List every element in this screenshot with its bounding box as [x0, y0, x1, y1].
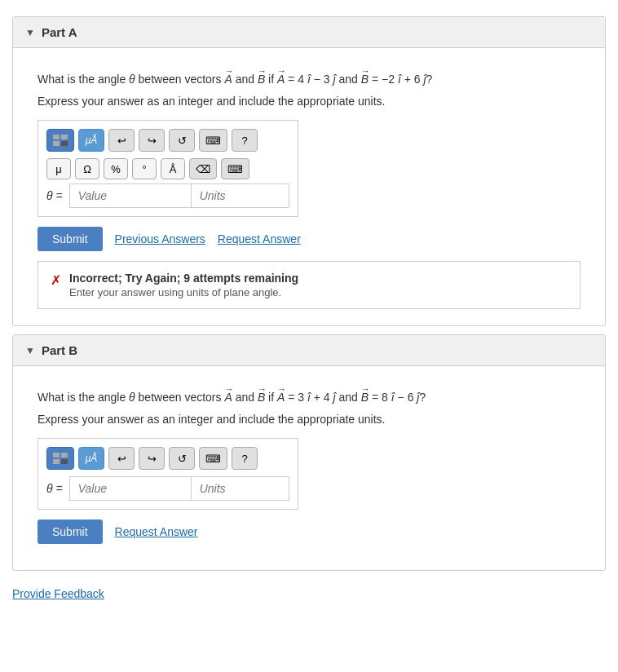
degree-button[interactable]: ° — [132, 158, 157, 179]
part-b-help-icon: ? — [241, 453, 247, 465]
part-b-uA-button[interactable]: μÅ — [78, 447, 104, 470]
svg-rect-1 — [61, 135, 68, 139]
part-b-undo-icon: ↩ — [117, 453, 126, 465]
reset-icon: ↺ — [178, 135, 187, 147]
part-b-header: ▼ Part B — [13, 335, 605, 366]
part-b-request-answer-button[interactable]: Request Answer — [115, 525, 198, 538]
part-b-input-area: μÅ ↩ ↪ ↺ ⌨ ? θ = — [38, 438, 298, 510]
svg-rect-5 — [61, 453, 68, 458]
help-button[interactable]: ? — [232, 129, 258, 152]
part-b-answer-row: θ = — [46, 476, 289, 501]
svg-rect-4 — [53, 453, 60, 458]
svg-rect-0 — [53, 135, 60, 139]
part-a-section: ▼ Part A What is the angle θ between vec… — [12, 16, 606, 326]
part-b-note: Express your answer as an integer and in… — [38, 413, 580, 426]
reset-button[interactable]: ↺ — [169, 129, 195, 152]
grid-icon-button[interactable] — [46, 129, 74, 152]
part-b-undo-button[interactable]: ↩ — [108, 447, 135, 470]
part-b-help-button[interactable]: ? — [232, 447, 258, 470]
part-a-title: Part A — [42, 25, 77, 39]
percent-label: % — [111, 163, 121, 175]
keyboard2-icon: ⌨ — [227, 163, 243, 175]
part-b-section: ▼ Part B What is the angle θ between vec… — [12, 334, 606, 571]
undo-button[interactable]: ↩ — [108, 129, 135, 152]
redo-icon: ↪ — [148, 135, 157, 147]
part-b-title: Part B — [42, 343, 77, 357]
part-b-arrow-icon[interactable]: ▼ — [25, 345, 35, 356]
part-a-header: ▼ Part A — [13, 17, 605, 48]
part-a-units-input[interactable] — [192, 183, 289, 208]
error-title: Incorrect; Try Again; 9 attempts remaini… — [69, 272, 298, 285]
delete-icon: ⌫ — [196, 163, 210, 175]
mu-label: μ — [55, 163, 62, 175]
part-a-request-answer-button[interactable]: Request Answer — [218, 232, 301, 245]
svg-rect-6 — [53, 459, 60, 464]
part-b-redo-icon: ↪ — [148, 453, 157, 465]
delete-button[interactable]: ⌫ — [189, 158, 217, 179]
part-b-redo-button[interactable]: ↪ — [139, 447, 165, 470]
keyboard-button[interactable]: ⌨ — [199, 129, 227, 152]
part-a-theta-label: θ = — [46, 189, 63, 202]
undo-icon: ↩ — [117, 135, 126, 147]
error-icon: ✗ — [51, 272, 61, 288]
part-b-toolbar-row1: μÅ ↩ ↪ ↺ ⌨ ? — [46, 447, 289, 470]
part-a-value-input[interactable] — [69, 183, 192, 208]
part-a-note: Express your answer as an integer and in… — [38, 95, 580, 108]
degree-label: ° — [142, 163, 146, 175]
part-b-keyboard-button[interactable]: ⌨ — [199, 447, 227, 470]
help-icon: ? — [241, 135, 247, 147]
part-b-grid-icon-button[interactable] — [46, 447, 74, 470]
part-a-submit-button[interactable]: Submit — [38, 227, 103, 251]
part-b-body: What is the angle θ between vectors → A … — [13, 366, 605, 570]
error-sub: Enter your answer using units of plane a… — [69, 286, 298, 298]
keyboard-icon: ⌨ — [205, 135, 221, 147]
part-a-toolbar-row2: μ Ω % ° Å ⌫ ⌨ — [46, 158, 289, 179]
part-b-value-input[interactable] — [69, 476, 192, 501]
part-a-previous-answers-button[interactable]: Previous Answers — [115, 232, 205, 245]
part-a-body: What is the angle θ between vectors → A … — [13, 48, 605, 325]
svg-rect-2 — [53, 141, 60, 146]
uA-label: μÅ — [86, 135, 98, 146]
part-b-keyboard-icon: ⌨ — [205, 453, 221, 465]
part-a-toolbar-row1: μÅ ↩ ↪ ↺ ⌨ ? — [46, 129, 289, 152]
mu-button[interactable]: μ — [46, 158, 71, 179]
error-content: Incorrect; Try Again; 9 attempts remaini… — [69, 272, 298, 298]
angstrom-label: Å — [170, 163, 177, 175]
feedback-link[interactable]: Provide Feedback — [12, 587, 606, 600]
part-b-theta-label: θ = — [46, 482, 63, 495]
part-b-reset-icon: ↺ — [178, 453, 187, 465]
svg-rect-7 — [61, 459, 68, 464]
svg-rect-3 — [61, 141, 68, 146]
part-a-error-box: ✗ Incorrect; Try Again; 9 attempts remai… — [38, 261, 580, 309]
percent-button[interactable]: % — [104, 158, 128, 179]
part-a-action-row: Submit Previous Answers Request Answer — [38, 227, 580, 251]
part-a-input-area: μÅ ↩ ↪ ↺ ⌨ ? — [38, 120, 298, 217]
part-b-uA-label: μÅ — [86, 453, 98, 464]
part-b-question: What is the angle θ between vectors → A … — [38, 382, 580, 406]
part-a-question: What is the angle θ between vectors → A … — [38, 64, 580, 88]
part-a-arrow-icon[interactable]: ▼ — [25, 27, 35, 38]
part-b-units-input[interactable] — [192, 476, 289, 501]
part-b-submit-button[interactable]: Submit — [38, 519, 103, 544]
omega-label: Ω — [83, 163, 91, 175]
uA-button[interactable]: μÅ — [78, 129, 104, 152]
keyboard2-button[interactable]: ⌨ — [221, 158, 249, 179]
angstrom-button[interactable]: Å — [161, 158, 185, 179]
part-b-reset-button[interactable]: ↺ — [169, 447, 195, 470]
part-a-answer-row: θ = — [46, 183, 289, 208]
redo-button[interactable]: ↪ — [139, 129, 165, 152]
part-b-action-row: Submit Request Answer — [38, 519, 580, 544]
omega-button[interactable]: Ω — [75, 158, 99, 179]
